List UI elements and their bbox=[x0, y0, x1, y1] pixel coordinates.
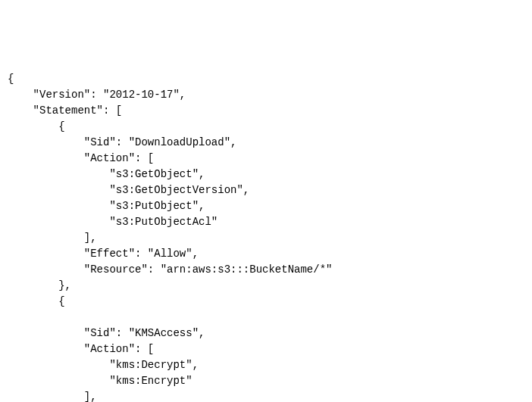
json-policy-block: { "Version": "2012-10-17", "Statement": … bbox=[8, 71, 524, 402]
code-line: "kms:Encrypt" bbox=[8, 375, 192, 387]
code-line: }, bbox=[8, 279, 71, 291]
code-line: ], bbox=[8, 232, 97, 244]
code-line: "Action": [ bbox=[8, 343, 154, 355]
code-line: "Sid": "DownloadUpload", bbox=[8, 136, 236, 148]
code-line: "s3:GetObject", bbox=[8, 168, 205, 180]
code-line: "Resource": "arn:aws:s3:::BucketName/*" bbox=[8, 263, 332, 276]
code-line: ], bbox=[8, 391, 97, 402]
code-line: "kms:Decrypt", bbox=[8, 359, 199, 371]
code-line: "Version": "2012-10-17", bbox=[8, 89, 186, 101]
code-line: { bbox=[8, 73, 14, 85]
code-line: { bbox=[8, 295, 65, 307]
code-line: "s3:GetObjectVersion", bbox=[8, 184, 249, 196]
code-line: "s3:PutObject", bbox=[8, 200, 205, 212]
code-line: "Effect": "Allow", bbox=[8, 248, 199, 260]
code-line: "Statement": [ bbox=[8, 104, 122, 117]
code-line: "s3:PutObjectAcl" bbox=[8, 216, 217, 228]
code-line: "Sid": "KMSAccess", bbox=[8, 327, 205, 339]
code-line: "Action": [ bbox=[8, 152, 154, 164]
code-line: { bbox=[8, 120, 65, 132]
